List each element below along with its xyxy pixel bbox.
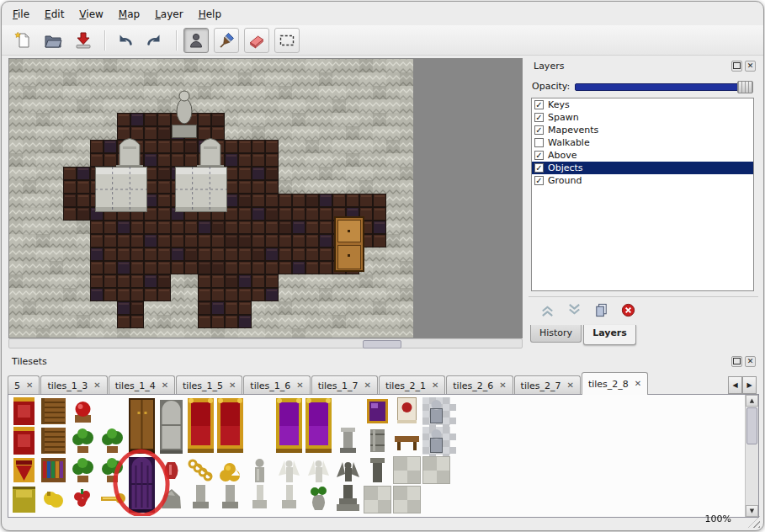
layer-visibility-checkbox[interactable] — [534, 100, 544, 109]
redo-icon — [146, 31, 164, 50]
layers-panel-title: Layers — [529, 61, 564, 72]
brush-tool-button[interactable] — [214, 28, 239, 53]
opacity-slider-handle[interactable] — [737, 81, 753, 93]
menu-layer[interactable]: Layer — [147, 6, 190, 23]
arrow-up-icon: ▲ — [750, 397, 754, 404]
tab-close-icon[interactable]: ✕ — [432, 381, 438, 390]
scroll-down-button[interactable]: ▼ — [746, 505, 758, 517]
tab-close-icon[interactable]: ✕ — [229, 381, 236, 390]
tab-close-icon[interactable]: ✕ — [499, 381, 506, 390]
tilesets-panel-titlebar: Tilesets ✕ — [7, 354, 758, 368]
lower-layer-icon — [566, 302, 582, 318]
new-file-icon — [13, 31, 32, 50]
tab-close-icon[interactable]: ✕ — [567, 381, 574, 390]
tileset-tab-tiles-2-1[interactable]: tiles_2_1 ✕ — [379, 375, 445, 395]
tab-layers-label: Layers — [592, 327, 627, 338]
opacity-slider[interactable] — [575, 81, 753, 92]
tab-close-icon[interactable]: ✕ — [635, 380, 641, 388]
menu-file[interactable]: File — [5, 6, 37, 23]
map-canvas[interactable] — [9, 59, 522, 338]
layers-close-button[interactable]: ✕ — [745, 61, 756, 72]
layer-name: Ground — [548, 175, 582, 186]
tileset-tab-tiles-1-5[interactable]: tiles_1_5 ✕ — [176, 375, 242, 395]
open-map-button[interactable] — [40, 28, 66, 53]
menu-view[interactable]: View — [72, 6, 110, 23]
arrow-right-icon: ▶ — [746, 381, 752, 389]
layer-name: Walkable — [548, 137, 590, 148]
lower-layer-button[interactable] — [564, 300, 584, 320]
tab-close-icon[interactable]: ✕ — [296, 381, 303, 390]
delete-layer-button[interactable] — [618, 300, 638, 320]
tab-history[interactable]: History — [530, 325, 582, 343]
stamp-tool-icon — [187, 31, 205, 50]
layer-name: Mapevents — [548, 125, 598, 136]
layer-name: Objects — [548, 162, 583, 173]
layer-row-mapevents[interactable]: Mapevents — [532, 124, 753, 136]
zoom-level: 100% — [705, 513, 731, 524]
menu-map[interactable]: Map — [111, 6, 147, 23]
tileset-tab-tiles-1-3[interactable]: tiles_1_3 ✕ — [40, 375, 107, 395]
tilesets-panel: Tilesets ✕ 5 ✕ tiles_1_3 ✕ tiles_1_4 ✕ t… — [7, 354, 758, 523]
layer-row-walkable[interactable]: Walkable — [532, 136, 753, 149]
layer-row-objects[interactable]: Objects — [532, 162, 753, 174]
tab-close-icon[interactable]: ✕ — [93, 381, 100, 390]
save-map-button[interactable] — [71, 28, 96, 53]
tab-scroll-right-button[interactable]: ▶ — [742, 376, 757, 394]
eraser-tool-button[interactable] — [244, 28, 269, 53]
map-hscroll-handle[interactable] — [363, 340, 401, 348]
new-map-button[interactable] — [10, 28, 35, 53]
eraser-tool-icon — [247, 31, 266, 50]
tilesets-float-button[interactable] — [731, 356, 742, 367]
layer-row-spawn[interactable]: Spawn — [532, 111, 753, 124]
raise-layer-button[interactable] — [537, 300, 557, 320]
tileset-vscroll-handle[interactable] — [746, 407, 757, 444]
opacity-row: Opacity: — [532, 79, 753, 93]
menu-help[interactable]: Help — [191, 6, 229, 23]
menu-edit[interactable]: Edit — [37, 6, 72, 23]
tileset-tab-tiles-2-6[interactable]: tiles_2_6 ✕ — [446, 375, 513, 395]
tab-scroll-left-button[interactable]: ◀ — [728, 376, 742, 394]
arrow-left-icon: ◀ — [732, 381, 737, 389]
tab-history-label: History — [539, 327, 572, 338]
float-icon — [733, 62, 741, 69]
tileset-vertical-scrollbar[interactable]: ▲ ▼ — [745, 395, 758, 517]
tileset-tab-tiles-2-7[interactable]: tiles_2_7 ✕ — [514, 375, 581, 395]
layers-float-button[interactable] — [731, 61, 742, 72]
select-tool-button[interactable] — [274, 28, 300, 53]
tileset-tab-tiles-2-8[interactable]: tiles_2_8 ✕ — [582, 372, 648, 395]
tab-layers[interactable]: Layers — [583, 325, 636, 345]
brush-tool-icon — [217, 31, 236, 50]
layer-visibility-checkbox[interactable] — [534, 125, 544, 135]
raise-layer-icon — [539, 302, 555, 318]
open-folder-icon — [44, 31, 62, 50]
tileset-canvas[interactable] — [8, 396, 744, 516]
layer-visibility-checkbox[interactable] — [534, 113, 544, 122]
tab-scroll-buttons: ◀ ▶ — [728, 376, 757, 394]
tileset-tab-label: 5 — [14, 380, 20, 391]
layer-visibility-checkbox[interactable] — [534, 138, 544, 147]
layer-row-above[interactable]: Above — [532, 149, 753, 162]
tab-close-icon[interactable]: ✕ — [26, 381, 33, 390]
tileset-tab-label: tiles_2_6 — [453, 380, 493, 391]
layer-visibility-checkbox[interactable] — [534, 176, 544, 185]
tab-close-icon[interactable]: ✕ — [162, 381, 168, 390]
undo-button[interactable] — [112, 28, 137, 53]
tileset-tab-tiles-1-4[interactable]: tiles_1_4 ✕ — [109, 375, 175, 395]
tilesets-close-button[interactable]: ✕ — [745, 356, 756, 367]
tab-close-icon[interactable]: ✕ — [364, 381, 371, 390]
tileset-tab-label: tiles_1_3 — [47, 380, 88, 391]
toolbar — [2, 25, 763, 56]
toolbar-separator — [176, 30, 177, 51]
stamp-tool-button[interactable] — [183, 28, 209, 53]
duplicate-layer-button[interactable] — [591, 300, 611, 320]
layer-visibility-checkbox[interactable] — [534, 163, 544, 173]
tileset-tab-tiles-1-7[interactable]: tiles_1_7 ✕ — [311, 375, 378, 395]
scroll-up-button[interactable]: ▲ — [746, 395, 758, 407]
tileset-tab-5[interactable]: 5 ✕ — [8, 375, 40, 395]
layer-visibility-checkbox[interactable] — [534, 151, 544, 160]
redo-button[interactable] — [142, 28, 167, 53]
map-horizontal-scrollbar[interactable] — [8, 338, 523, 348]
layer-row-ground[interactable]: Ground — [532, 174, 753, 187]
tileset-tab-tiles-1-6[interactable]: tiles_1_6 ✕ — [243, 375, 310, 395]
layer-row-keys[interactable]: Keys — [532, 98, 753, 111]
